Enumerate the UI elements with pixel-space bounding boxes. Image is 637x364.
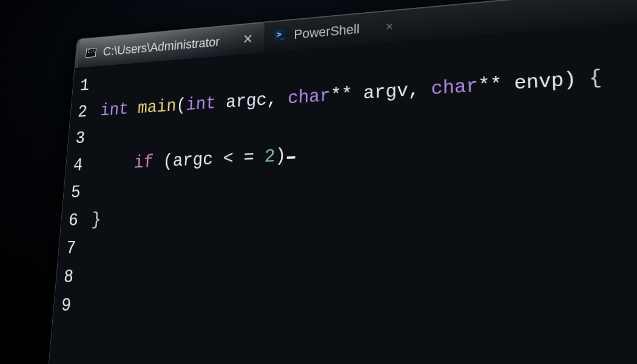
keyword-type: int bbox=[186, 93, 217, 115]
identifier: argv bbox=[363, 79, 408, 104]
brace-open: { bbox=[576, 66, 602, 90]
keyword-type: char bbox=[431, 75, 479, 99]
line-number: 2 bbox=[77, 98, 89, 126]
line-number: 4 bbox=[72, 152, 84, 179]
operator: ** bbox=[478, 73, 502, 96]
text-cursor bbox=[287, 156, 295, 159]
identifier: argc bbox=[226, 89, 268, 112]
line-number: 3 bbox=[75, 125, 86, 152]
code-line: if (argc < = 2) bbox=[95, 125, 606, 178]
paren-close: ) bbox=[563, 68, 576, 91]
tab-title: PowerShell bbox=[294, 21, 360, 42]
tab-title: C:\Users\Administrator bbox=[103, 34, 220, 59]
keyword-type: char bbox=[288, 85, 331, 109]
cmd-icon bbox=[86, 48, 96, 58]
code-line bbox=[81, 320, 615, 361]
identifier: envp bbox=[514, 69, 564, 94]
operator: ** bbox=[330, 84, 352, 106]
line-number: 9 bbox=[60, 291, 72, 320]
comma: , bbox=[408, 78, 431, 101]
powershell-icon bbox=[274, 30, 286, 42]
keyword-type: int bbox=[99, 99, 129, 120]
close-icon[interactable]: ✕ bbox=[243, 31, 254, 47]
line-number: 8 bbox=[62, 263, 75, 291]
code-line bbox=[86, 257, 612, 291]
line-number: 5 bbox=[70, 179, 81, 207]
identifier: argc bbox=[172, 149, 214, 171]
code-content[interactable]: int main(int argc, char** argv, char** e… bbox=[71, 25, 619, 364]
number-literal: 2 bbox=[265, 146, 276, 167]
paren-close: ) bbox=[275, 145, 286, 167]
line-number: 7 bbox=[65, 234, 76, 263]
code-line: int main(int argc, char** argv, char** e… bbox=[99, 62, 603, 124]
operator: < = bbox=[212, 146, 265, 169]
code-line: } bbox=[90, 190, 608, 234]
brace-close: } bbox=[91, 209, 102, 230]
function-name: main bbox=[137, 96, 177, 118]
terminal-window: C:\Users\Administrator ✕ PowerShell ✕ 1 … bbox=[44, 0, 637, 364]
comma: , bbox=[266, 88, 288, 110]
close-icon[interactable]: ✕ bbox=[385, 21, 393, 33]
line-number: 6 bbox=[67, 206, 79, 234]
keyword-flow: if bbox=[133, 152, 154, 173]
line-number: 1 bbox=[79, 72, 90, 99]
indent bbox=[95, 152, 135, 174]
